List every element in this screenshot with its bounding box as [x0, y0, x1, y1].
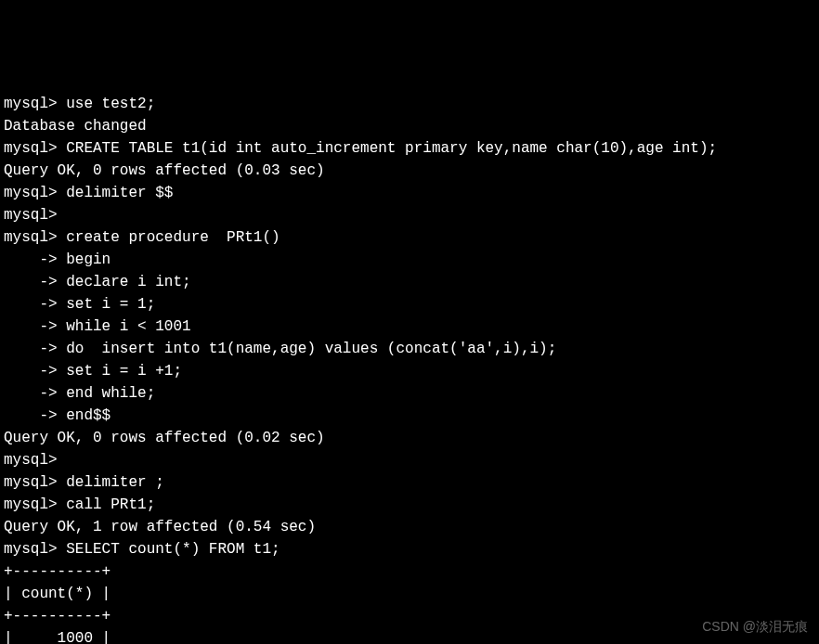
terminal-line: mysql> use test2;	[4, 93, 815, 115]
terminal-line: -> end while;	[4, 382, 815, 405]
terminal-line: mysql> CREATE TABLE t1(id int auto_incre…	[4, 137, 815, 160]
terminal-line: mysql> delimiter ;	[4, 471, 815, 494]
terminal-line: -> set i = 1;	[4, 293, 815, 316]
terminal-line: mysql>	[4, 449, 815, 471]
terminal-line: mysql>	[4, 204, 815, 226]
terminal-line: mysql> create procedure PRt1()	[4, 226, 815, 249]
terminal-line: +----------+	[4, 605, 815, 627]
terminal-line: mysql> call PRt1;	[4, 494, 815, 516]
terminal-line: mysql> delimiter $$	[4, 182, 815, 204]
terminal-line: Database changed	[4, 115, 815, 137]
terminal-line: | count(*) |	[4, 583, 815, 605]
terminal-line: -> declare i int;	[4, 271, 815, 293]
terminal-line: | 1000 |	[4, 627, 815, 644]
terminal-line: +----------+	[4, 560, 815, 583]
terminal-line: -> begin	[4, 249, 815, 271]
terminal-output[interactable]: mysql> use test2;Database changedmysql> …	[4, 93, 815, 644]
terminal-line: -> set i = i +1;	[4, 360, 815, 382]
terminal-line: Query OK, 1 row affected (0.54 sec)	[4, 516, 815, 538]
terminal-line: Query OK, 0 rows affected (0.03 sec)	[4, 160, 815, 182]
terminal-line: -> end$$	[4, 405, 815, 427]
terminal-line: Query OK, 0 rows affected (0.02 sec)	[4, 427, 815, 449]
terminal-line: -> do insert into t1(name,age) values (c…	[4, 338, 815, 360]
terminal-line: -> while i < 1001	[4, 316, 815, 338]
terminal-line: mysql> SELECT count(*) FROM t1;	[4, 538, 815, 560]
